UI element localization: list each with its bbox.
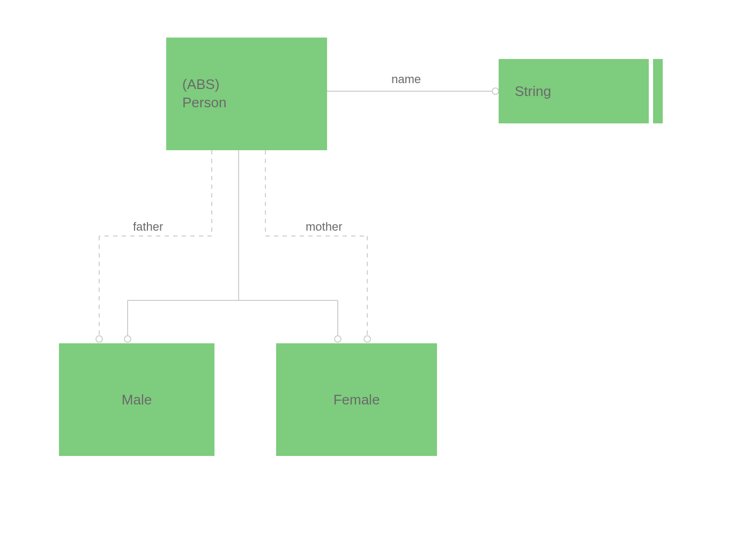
- node-female[interactable]: Female: [276, 343, 437, 456]
- diagram-canvas: (ABS) Person String Male Female name fat…: [0, 0, 756, 545]
- node-male[interactable]: Male: [59, 343, 214, 456]
- edge-label-name: name: [391, 72, 421, 86]
- string-name: String: [515, 83, 551, 100]
- node-string[interactable]: String: [499, 59, 649, 123]
- svg-point-5: [124, 336, 131, 342]
- node-string-side: [653, 59, 663, 123]
- edge-label-father: father: [133, 220, 163, 234]
- male-name: Male: [122, 392, 152, 408]
- person-name: Person: [182, 94, 226, 112]
- edge-label-mother: mother: [306, 220, 342, 234]
- female-name: Female: [333, 392, 380, 408]
- svg-point-7: [335, 336, 341, 342]
- person-stereotype: (ABS): [182, 76, 219, 94]
- node-person[interactable]: (ABS) Person: [166, 38, 327, 150]
- svg-point-11: [96, 336, 102, 342]
- svg-point-1: [492, 88, 499, 94]
- svg-point-15: [364, 336, 370, 342]
